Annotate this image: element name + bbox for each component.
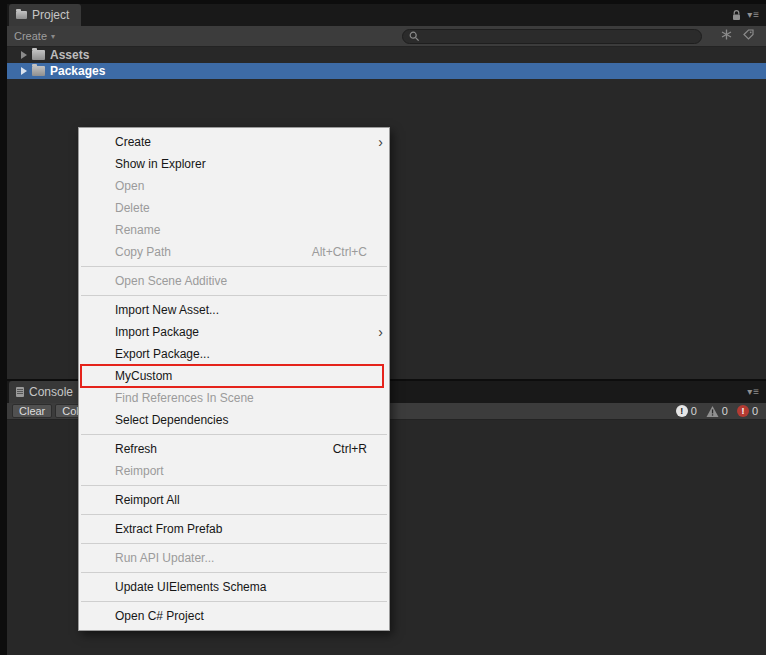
- info-count-badge[interactable]: ! 0: [676, 405, 697, 417]
- tab-project[interactable]: Project: [9, 4, 81, 26]
- console-tab-label: Console: [29, 385, 73, 399]
- lock-icon[interactable]: [732, 10, 741, 21]
- folder-icon: [32, 66, 45, 76]
- menu-item-label: Reimport: [115, 464, 164, 478]
- menu-item-run-api-updater: Run API Updater...: [79, 547, 389, 569]
- menu-item-label: Open C# Project: [115, 609, 204, 623]
- project-tree: Assets Packages: [7, 47, 766, 79]
- menu-item-open: Open: [79, 175, 389, 197]
- menu-item-update-uielements-schema[interactable]: Update UIElements Schema: [79, 576, 389, 598]
- error-count-badge[interactable]: ! 0: [737, 405, 758, 417]
- menu-item-label: Update UIElements Schema: [115, 580, 266, 594]
- menu-item-import-new-asset[interactable]: Import New Asset...: [79, 299, 389, 321]
- menu-item-label: Show in Explorer: [115, 157, 206, 171]
- menu-separator: [81, 572, 387, 573]
- menu-separator: [81, 434, 387, 435]
- unity-editor-window: Project ▾≡ Create ▾: [0, 0, 766, 655]
- tree-item-label: Packages: [50, 64, 105, 78]
- menu-item-label: Open: [115, 179, 144, 193]
- error-icon: !: [737, 405, 749, 417]
- menu-item-label: Open Scene Additive: [115, 274, 227, 288]
- create-button-label: Create: [14, 30, 47, 42]
- warning-icon: [706, 406, 719, 417]
- menu-item-export-package[interactable]: Export Package...: [79, 343, 389, 365]
- submenu-arrow-icon: ›: [373, 325, 383, 339]
- menu-item-open-scene-additive: Open Scene Additive: [79, 270, 389, 292]
- create-button[interactable]: Create ▾: [14, 30, 55, 42]
- menu-item-label: Reimport All: [115, 493, 180, 507]
- search-input[interactable]: [424, 31, 695, 43]
- info-count: 0: [691, 405, 697, 417]
- menu-item-label: Extract From Prefab: [115, 522, 222, 536]
- menu-item-select-dependencies[interactable]: Select Dependencies: [79, 409, 389, 431]
- menu-item-reimport: Reimport: [79, 460, 389, 482]
- menu-item-label: Export Package...: [115, 347, 210, 361]
- menu-separator: [81, 514, 387, 515]
- menu-item-find-references-in-scene: Find References In Scene: [79, 387, 389, 409]
- menu-item-open-c-project[interactable]: Open C# Project: [79, 605, 389, 627]
- menu-separator: [81, 266, 387, 267]
- clear-button[interactable]: Clear: [12, 404, 52, 418]
- caret-down-icon: ▾: [51, 32, 55, 41]
- tab-console[interactable]: Console: [9, 381, 85, 403]
- foldout-arrow-icon[interactable]: [21, 67, 27, 75]
- menu-separator: [81, 601, 387, 602]
- submenu-arrow-icon: ›: [373, 135, 383, 149]
- menu-item-create[interactable]: Create ›: [79, 131, 389, 153]
- menu-item-label: Copy Path: [115, 245, 171, 259]
- menu-item-label: Find References In Scene: [115, 391, 254, 405]
- menu-item-extract-from-prefab[interactable]: Extract From Prefab: [79, 518, 389, 540]
- menu-item-label: Import New Asset...: [115, 303, 219, 317]
- search-field[interactable]: [402, 29, 702, 44]
- project-tabbar: Project ▾≡: [7, 4, 766, 26]
- console-tabbar-icons: ▾≡: [747, 381, 760, 403]
- console-tab-icon: [16, 387, 24, 397]
- menu-item-refresh[interactable]: Refresh Ctrl+R: [79, 438, 389, 460]
- search-icon: [409, 31, 420, 42]
- menu-item-shortcut: Alt+Ctrl+C: [312, 245, 373, 259]
- context-menu: Create › Show in Explorer Open Delete Re…: [78, 127, 390, 631]
- menu-item-label: Select Dependencies: [115, 413, 228, 427]
- project-tabbar-icons: ▾≡: [732, 4, 760, 26]
- menu-item-label: Create: [115, 135, 151, 149]
- menu-item-label: Rename: [115, 223, 160, 237]
- warning-count: 0: [722, 405, 728, 417]
- menu-item-rename: Rename: [79, 219, 389, 241]
- menu-item-label: Refresh: [115, 442, 157, 456]
- menu-item-show-in-explorer[interactable]: Show in Explorer: [79, 153, 389, 175]
- menu-item-label: Delete: [115, 201, 150, 215]
- tree-item-assets[interactable]: Assets: [7, 47, 766, 63]
- console-counts: ! 0 0 ! 0: [676, 405, 758, 417]
- menu-item-copy-path: Copy Path Alt+Ctrl+C: [79, 241, 389, 263]
- menu-item-label: MyCustom: [115, 369, 172, 383]
- panel-menu-icon[interactable]: ▾≡: [747, 10, 760, 20]
- menu-item-import-package[interactable]: Import Package ›: [79, 321, 389, 343]
- folder-icon: [32, 50, 45, 60]
- menu-item-mycustom[interactable]: MyCustom: [79, 365, 389, 387]
- menu-item-label: Import Package: [115, 325, 199, 339]
- menu-separator: [81, 485, 387, 486]
- menu-separator: [81, 295, 387, 296]
- project-toolbar: Create ▾: [7, 26, 766, 47]
- panel-menu-icon[interactable]: ▾≡: [747, 387, 760, 397]
- project-toolbar-icons: [721, 29, 754, 40]
- warning-count-badge[interactable]: 0: [706, 405, 728, 417]
- menu-item-reimport-all[interactable]: Reimport All: [79, 489, 389, 511]
- menu-item-delete: Delete: [79, 197, 389, 219]
- foldout-arrow-icon[interactable]: [21, 51, 27, 59]
- info-icon: !: [676, 405, 688, 417]
- project-tab-label: Project: [32, 8, 69, 22]
- menu-item-label: Run API Updater...: [115, 551, 214, 565]
- error-count: 0: [752, 405, 758, 417]
- menu-separator: [81, 543, 387, 544]
- search-by-type-icon[interactable]: [721, 29, 732, 40]
- tree-item-packages[interactable]: Packages: [7, 63, 766, 79]
- menu-item-shortcut: Ctrl+R: [333, 442, 373, 456]
- search-by-label-icon[interactable]: [743, 29, 754, 40]
- tree-item-label: Assets: [50, 48, 89, 62]
- project-tab-icon: [16, 11, 27, 19]
